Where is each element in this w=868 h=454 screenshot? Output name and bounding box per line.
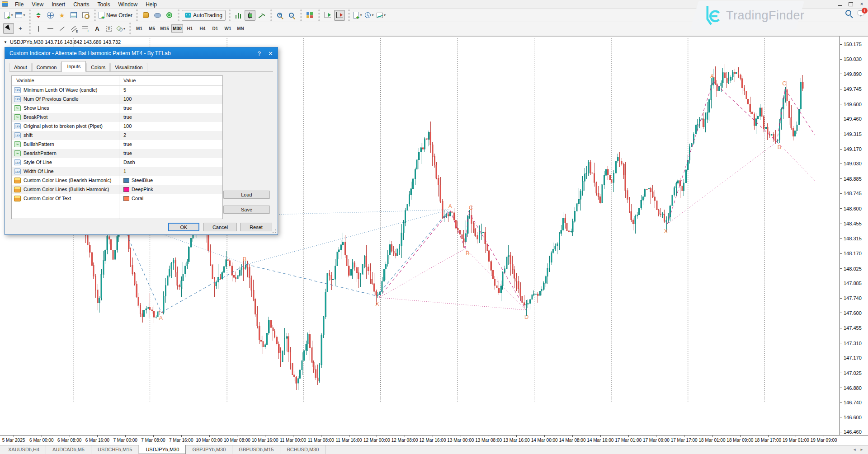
new-order-button[interactable]: +New Order <box>98 10 133 21</box>
chart-tab-audcadb-m5[interactable]: AUDCADb,M5 <box>46 445 91 454</box>
param-value[interactable]: 5 <box>123 87 126 93</box>
table-row[interactable]: Custom Color Of TextCoral <box>12 194 222 203</box>
zoom-in-button[interactable]: + <box>274 10 285 21</box>
param-value[interactable]: 1 <box>123 168 126 174</box>
menu-file[interactable]: File <box>11 1 28 8</box>
chart-tab-gbpjpyb-m30[interactable]: GBPJPYb,M30 <box>186 445 232 454</box>
menu-charts[interactable]: Charts <box>69 1 93 8</box>
chart-tab-usdchfb-m15[interactable]: USDCHFb,M15 <box>91 445 139 454</box>
navigator-button[interactable]: ★ <box>57 10 67 21</box>
fibonacci-tool-button[interactable]: F <box>80 23 91 34</box>
table-row[interactable]: ~BullishPatterntrue <box>12 140 222 149</box>
tab-scroll-right-icon[interactable]: ► <box>860 448 863 452</box>
time-axis[interactable]: 5 Mar 20256 Mar 00:006 Mar 08:006 Mar 16… <box>0 435 868 445</box>
metaeditor-button[interactable] <box>140 10 151 21</box>
timeframe-m15-button[interactable]: M15 <box>159 24 170 33</box>
param-value[interactable]: DeepPink <box>123 187 153 192</box>
strategy-tester-button[interactable] <box>80 10 91 21</box>
crosshair-tool-button[interactable]: + <box>15 23 26 34</box>
chart-tab-gbpusdb-m15[interactable]: GBPUSDb,M15 <box>232 445 280 454</box>
restore-button[interactable] <box>846 1 855 7</box>
timeframe-w1-button[interactable]: W1 <box>222 24 234 33</box>
horizontal-line-tool-button[interactable] <box>45 23 56 34</box>
reset-button[interactable]: Reset <box>240 223 272 231</box>
save-button[interactable]: Save <box>223 206 270 214</box>
table-row[interactable]: 123Width Of Line1 <box>12 167 222 176</box>
dialog-title-bar[interactable]: Custom Indicator - Alternate Bat Harmoni… <box>5 47 278 59</box>
menu-insert[interactable]: Insert <box>47 1 69 8</box>
chart-shift-button[interactable] <box>334 10 345 21</box>
auto-scroll-button[interactable] <box>322 10 333 21</box>
menu-tools[interactable]: Tools <box>94 1 114 8</box>
market-button[interactable] <box>152 10 163 21</box>
price-axis[interactable]: 150.175150.030149.890149.745149.600149.4… <box>840 36 868 435</box>
line-chart-mode-button[interactable] <box>256 10 267 21</box>
timeframe-h4-button[interactable]: H4 <box>197 24 208 33</box>
zoom-out-button[interactable]: - <box>286 10 297 21</box>
tab-scroll-left-icon[interactable]: ◄ <box>853 448 856 452</box>
param-value[interactable]: true <box>123 141 132 147</box>
param-value[interactable]: 100 <box>123 96 132 102</box>
timeframe-h1-button[interactable]: H1 <box>184 24 196 33</box>
templates-button[interactable]: +▾ <box>352 10 363 21</box>
table-row[interactable]: 123Minimum Lenth Of Wave (candle)5 <box>12 86 222 95</box>
text-tool-button[interactable]: A <box>92 23 103 34</box>
dialog-close-button[interactable]: ✕ <box>268 50 273 57</box>
chart-tab-xauusdb-h4[interactable]: XAUUSDb,H4 <box>2 445 46 454</box>
periods-button[interactable]: ▾ <box>364 10 375 21</box>
table-row[interactable]: Custom Color Lines (Bearish Harmonic)Ste… <box>12 176 222 185</box>
dialog-tab-about[interactable]: About <box>9 63 32 71</box>
param-value[interactable]: true <box>123 150 132 156</box>
timeframe-m1-button[interactable]: M1 <box>133 24 145 33</box>
table-row[interactable]: ~Show Linestrue <box>12 104 222 113</box>
menu-help[interactable]: Help <box>142 1 161 8</box>
ok-button[interactable]: OK <box>168 223 199 231</box>
param-value[interactable]: true <box>123 114 132 120</box>
vertical-line-tool-button[interactable] <box>33 23 44 34</box>
param-value[interactable]: true <box>123 105 132 111</box>
table-row[interactable]: ~BearishPatterntrue <box>12 149 222 158</box>
dialog-tab-colors[interactable]: Colors <box>86 63 110 71</box>
dialog-tab-common[interactable]: Common <box>32 63 61 71</box>
terminal-button[interactable] <box>68 10 79 21</box>
table-row[interactable]: 123shift2 <box>12 131 222 140</box>
timeframe-d1-button[interactable]: D1 <box>209 24 221 33</box>
menu-view[interactable]: View <box>28 1 47 8</box>
trendline-tool-button[interactable] <box>57 23 67 34</box>
quote-dropdown-icon[interactable]: ▼ <box>4 40 7 44</box>
timeframe-m5-button[interactable]: M5 <box>146 24 158 33</box>
param-value[interactable]: 100 <box>123 123 132 129</box>
dialog-tab-inputs[interactable]: Inputs <box>61 61 86 72</box>
param-value[interactable]: SteelBlue <box>123 178 153 183</box>
cancel-button[interactable]: Cancel <box>203 223 237 231</box>
signals-button[interactable] <box>164 10 175 21</box>
market-watch-button[interactable] <box>33 10 44 21</box>
text-label-tool-button[interactable]: T <box>104 23 114 34</box>
dialog-help-button[interactable]: ? <box>258 50 261 57</box>
channel-tool-button[interactable]: E <box>68 23 79 34</box>
indicators-button[interactable]: ▾ <box>376 10 387 21</box>
new-chart-button[interactable]: +▾ <box>3 10 14 21</box>
timeframe-mn-button[interactable]: MN <box>235 24 246 33</box>
table-row[interactable]: 123Style Of LineDash <box>12 158 222 167</box>
timeframe-m30-button[interactable]: M30 <box>171 24 183 33</box>
arrows-tool-button[interactable]: ▾ <box>115 23 126 34</box>
tile-windows-button[interactable] <box>304 10 315 21</box>
minimize-button[interactable] <box>835 1 844 7</box>
dialog-tab-visualization[interactable]: Visualization <box>110 63 147 71</box>
param-value[interactable]: Coral <box>123 196 143 201</box>
close-button[interactable]: × <box>857 1 866 7</box>
chart-tab-usdjpyb-m30[interactable]: USDJPYb,M30 <box>139 445 186 454</box>
table-row[interactable]: ~BreakPivottrue <box>12 113 222 122</box>
table-row[interactable]: 123Num Of Previous Candle100 <box>12 95 222 104</box>
dialog-resize-grip[interactable] <box>272 229 277 234</box>
menu-window[interactable]: Window <box>114 1 142 8</box>
search-icon[interactable] <box>845 10 851 16</box>
cursor-tool-button[interactable] <box>3 23 14 34</box>
autotrading-button[interactable]: AutoTrading <box>182 10 226 21</box>
param-value[interactable]: Dash <box>123 159 135 165</box>
bar-chart-mode-button[interactable] <box>233 10 244 21</box>
param-value[interactable]: 2 <box>123 132 126 138</box>
candlestick-mode-button[interactable] <box>245 10 255 21</box>
chart-tab-bchusd-m30[interactable]: BCHUSD,M30 <box>280 445 326 454</box>
